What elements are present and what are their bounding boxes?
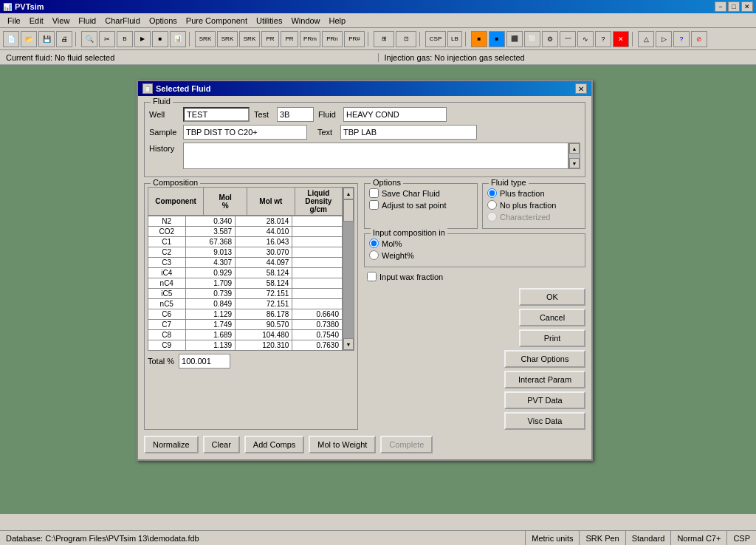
sample-input[interactable] (183, 125, 307, 140)
menu-help[interactable]: Help (325, 15, 351, 27)
history-textarea[interactable] (183, 143, 568, 169)
minimize-button[interactable]: − (715, 1, 726, 12)
dialog-close-button[interactable]: ✕ (575, 83, 587, 94)
history-scroll-up[interactable]: ▲ (569, 143, 580, 154)
adjust-sat-checkbox[interactable] (369, 200, 379, 210)
tb-b3[interactable]: ■ (152, 31, 168, 47)
table-cell (292, 289, 343, 299)
table-cell: 0.849 (185, 299, 236, 309)
table-scroll-thumb[interactable] (343, 199, 354, 222)
pvt-data-button[interactable]: PVT Data (504, 391, 585, 409)
tb-help[interactable]: ? (595, 31, 611, 47)
save-char-checkbox[interactable] (369, 188, 379, 198)
no-plus-fraction-radio[interactable] (487, 200, 497, 210)
fluid-input[interactable] (343, 107, 447, 122)
tb-pr[interactable]: PR (261, 31, 279, 47)
table-scroll-down-btn[interactable]: ▼ (343, 338, 354, 350)
table-cell: 0.7630 (292, 340, 343, 351)
tb-tri1[interactable]: △ (638, 31, 654, 47)
visc-data-button[interactable]: Visc Data (504, 412, 585, 430)
table-cell: 1.129 (185, 309, 236, 320)
print-button[interactable]: Print (519, 329, 585, 347)
composition-section: Composition Component Mol% Mol wt (144, 183, 358, 430)
menu-utilities[interactable]: Utilities (252, 15, 286, 27)
menu-fluid[interactable]: Fluid (74, 15, 100, 27)
menu-bar: File Edit View Fluid CharFluid Options P… (0, 13, 756, 28)
table-cell (292, 227, 343, 237)
tb-prm[interactable]: PRm (300, 31, 320, 47)
close-button[interactable]: ✕ (741, 1, 753, 12)
table-cell: C7 (148, 320, 186, 330)
tb-new[interactable]: 📄 (3, 31, 19, 47)
menu-window[interactable]: Window (286, 15, 324, 27)
tb-save[interactable]: 💾 (38, 31, 55, 47)
char-options-button[interactable]: Char Options (504, 350, 585, 368)
ok-button[interactable]: OK (519, 288, 585, 306)
tb-stop[interactable]: ⊘ (691, 31, 707, 47)
tb-c1[interactable]: ⊞ (374, 31, 394, 47)
total-row: Total % (148, 354, 354, 369)
tb-prn[interactable]: PRn (322, 31, 343, 47)
menu-charfluid[interactable]: CharFluid (100, 15, 145, 27)
menu-options[interactable]: Options (145, 15, 182, 27)
selected-fluid-dialog: 📋 Selected Fluid ✕ Fluid Well Test Fluid (137, 80, 593, 461)
tb-srk3[interactable]: SRK (239, 31, 260, 47)
menu-pure-component[interactable]: Pure Component (182, 15, 252, 27)
tb-gear[interactable]: ⚙ (542, 31, 558, 47)
mol-percent-radio[interactable] (369, 239, 379, 248)
tb-c2[interactable]: ⊡ (396, 31, 416, 47)
maximize-button[interactable]: □ (728, 1, 740, 12)
total-input[interactable] (179, 354, 230, 369)
tb-pr2[interactable]: PR (281, 31, 298, 47)
normalize-button[interactable]: Normalize (144, 436, 199, 453)
tb-lb[interactable]: LB (447, 31, 462, 47)
table-cell: iC5 (148, 289, 186, 299)
tb-cut[interactable]: ✂ (99, 31, 115, 47)
test-input[interactable] (277, 107, 314, 122)
test-label: Test (254, 110, 272, 119)
tb-search[interactable]: 🔍 (81, 31, 97, 47)
menu-view[interactable]: View (48, 15, 75, 27)
complete-button[interactable]: Complete (380, 436, 433, 453)
table-cell: 4.307 (185, 258, 236, 268)
tb-wave[interactable]: 〰 (560, 31, 576, 47)
well-input[interactable] (183, 107, 250, 122)
tb-tri2[interactable]: ▷ (656, 31, 672, 47)
tb-open[interactable]: 📂 (21, 31, 37, 47)
tb-b1[interactable]: B (117, 31, 133, 47)
add-comps-button[interactable]: Add Comps (244, 436, 304, 453)
tb-col3[interactable]: ⬛ (506, 31, 523, 47)
tb-exit[interactable]: ✕ (613, 31, 629, 47)
tb-curve[interactable]: ∿ (577, 31, 594, 47)
plus-fraction-row: Plus fraction (487, 188, 580, 198)
tb-b2[interactable]: ▶ (134, 31, 151, 47)
weight-percent-row: Weight% (369, 250, 580, 260)
wax-fraction-checkbox[interactable] (367, 272, 377, 281)
tb-csp[interactable]: CSP (425, 31, 446, 47)
mol-to-weight-button[interactable]: Mol to Weight (309, 436, 376, 453)
weight-percent-radio[interactable] (369, 250, 379, 260)
tb-print[interactable]: 🖨 (56, 31, 72, 47)
tb-b4[interactable]: 📊 (170, 31, 186, 47)
interact-param-button[interactable]: Interact Param (504, 371, 585, 388)
tb-col2[interactable]: ■ (489, 31, 505, 47)
tb-srk-pen[interactable]: SRK (217, 31, 238, 47)
tb-prx[interactable]: PR# (344, 31, 365, 47)
tb-col[interactable]: ■ (471, 31, 487, 47)
table-scroll-up-btn[interactable]: ▲ (343, 188, 354, 199)
tb-col4[interactable]: ⬜ (524, 31, 540, 47)
cancel-button[interactable]: Cancel (519, 309, 585, 326)
weight-percent-label: Weight% (382, 251, 414, 260)
characterized-radio[interactable] (487, 212, 497, 222)
text-input[interactable] (340, 125, 477, 140)
menu-file[interactable]: File (3, 15, 25, 27)
tb-help2[interactable]: ? (673, 31, 690, 47)
tb-srk[interactable]: SRK (195, 31, 216, 47)
table-cell: 58.124 (236, 278, 292, 289)
composition-data-table[interactable]: N20.34028.014CO23.58744.010C167.36816.04… (148, 216, 343, 351)
save-char-label: Save Char Fluid (382, 189, 440, 198)
menu-edit[interactable]: Edit (25, 15, 48, 27)
clear-button[interactable]: Clear (203, 436, 240, 453)
plus-fraction-radio[interactable] (487, 188, 497, 198)
history-scroll-down[interactable]: ▼ (569, 158, 580, 168)
